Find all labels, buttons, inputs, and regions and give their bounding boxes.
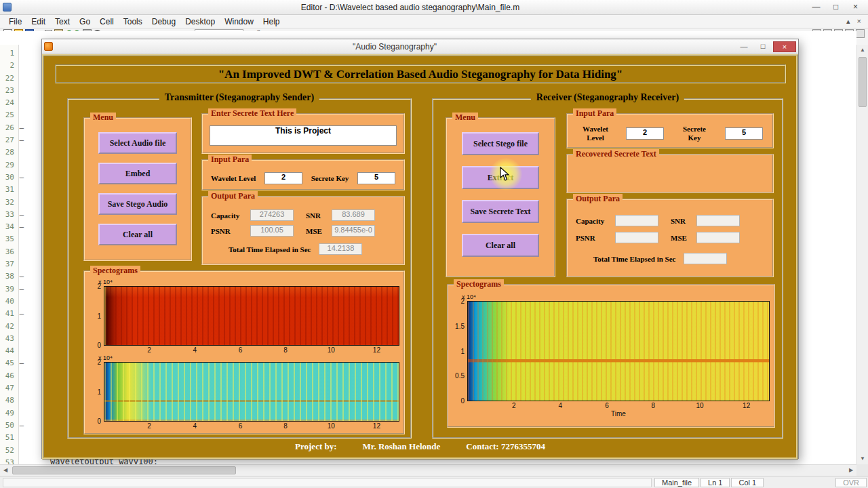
line-number: 28 (0, 148, 14, 160)
maximize-button[interactable]: □ (826, 1, 846, 14)
x-tick-label: 12 (743, 402, 750, 409)
x-tick-label: 4 (559, 402, 563, 409)
scroll-up-icon[interactable]: ▲ (857, 45, 868, 56)
x-tick-label: 6 (239, 346, 243, 354)
dialog-minimize-button[interactable]: — (735, 41, 753, 52)
dialog-title: "Audio Steganography" (56, 42, 734, 52)
receiver-clear-all-button[interactable]: Clear all (462, 234, 539, 257)
x-tick-label: 2 (512, 402, 516, 409)
extract-button[interactable]: Extract (462, 166, 539, 189)
secrete-key-label: Secrete Key (311, 174, 349, 182)
menu-desktop[interactable]: Desktop (180, 17, 220, 26)
line-number: 36 (0, 247, 14, 260)
close-document-icon[interactable]: × (857, 17, 861, 26)
line-number: 22 (0, 74, 14, 86)
axis-exponent-label: x 10⁴ (462, 293, 770, 301)
dialog-body: "An Improved DWT & Correlation Based Aud… (42, 54, 798, 460)
receiver-elapsed-time-field (684, 253, 727, 264)
receiver-elapsed-time-label: Total Time Elapsed in Sec (593, 255, 675, 263)
menu-debug[interactable]: Debug (147, 17, 180, 26)
x-tick-label: 8 (652, 402, 656, 409)
transmitter-input-para-panel: Input Para Wavelet Level 2 Secrete Key 5 (201, 159, 405, 190)
transmitter-output-para-title: Output Para (208, 191, 258, 201)
secrete-key-input[interactable]: 5 (357, 172, 395, 184)
horizontal-scrollbar[interactable]: ◀ ▶ (0, 464, 856, 476)
x-tick-label: 10 (328, 422, 335, 430)
audio-steganography-dialog: "Audio Steganography" — □ × "An Improved… (41, 39, 799, 459)
receiver-mse-field (696, 232, 740, 243)
line-number: 48 (0, 396, 14, 408)
menu-text[interactable]: Text (50, 17, 75, 26)
save-secrete-text-button[interactable]: Save Secrete Text (462, 200, 539, 223)
receiver-snr-field (696, 215, 740, 226)
line-number: 30 (0, 173, 14, 185)
scroll-down-icon[interactable]: ▼ (857, 453, 868, 464)
secret-text-input[interactable]: This is Project (210, 125, 397, 146)
line-number: 52 (0, 446, 14, 458)
line-number: 32 (0, 198, 14, 210)
y-tick-label: 1 (97, 388, 101, 396)
embed-button[interactable]: Embed (98, 163, 177, 184)
transmitter-output-para-panel: Output Para Capacity 274263 SNR 83.689 P… (201, 196, 405, 265)
menu-help[interactable]: Help (258, 17, 285, 26)
line-number: 1 (0, 49, 14, 61)
close-button[interactable]: × (846, 1, 865, 14)
mse-label: MSE (306, 227, 328, 235)
receiver-wavelet-level-input[interactable]: 2 (626, 127, 664, 140)
receiver-wavelet-level-label: Wavelet Level (577, 125, 614, 142)
select-audio-file-button[interactable]: Select Audio file (98, 132, 177, 154)
elapsed-time-label: Total Time Elapsed in Sec (229, 245, 311, 253)
line-number: 35 (0, 235, 14, 247)
editor-app-icon (3, 3, 12, 12)
transmitter-menu-title: Menu (90, 113, 116, 123)
menu-tools[interactable]: Tools (119, 17, 147, 26)
wavelet-level-input[interactable]: 2 (264, 172, 302, 184)
original-audio-spectrogram (104, 286, 399, 346)
save-stego-audio-button[interactable]: Save Stego Audio (98, 193, 177, 215)
line-number: 41 (0, 309, 14, 321)
menu-file[interactable]: File (4, 17, 26, 26)
dialog-maximize-button[interactable]: □ (754, 41, 772, 52)
scroll-right-icon[interactable]: ▶ (846, 465, 856, 476)
capacity-field: 274263 (250, 209, 294, 221)
line-number: 49 (0, 409, 14, 421)
line-number: 50 (0, 421, 14, 433)
editor-menubar: File Edit Text Go Cell Tools Debug Deskt… (0, 15, 868, 28)
line-number: 40 (0, 297, 14, 309)
x-tick-label: 2 (147, 346, 151, 354)
line-number: 33 (0, 210, 14, 222)
menu-window[interactable]: Window (220, 17, 258, 26)
line-number: 45 (0, 359, 14, 371)
menu-cell[interactable]: Cell (95, 17, 119, 26)
psnr-field: 100.05 (250, 225, 294, 237)
status-filename: Main_file (654, 478, 699, 487)
footer-project-by: Project by: (295, 441, 336, 452)
axis-exponent-label: x 10⁴ (98, 279, 399, 286)
dialog-close-button[interactable]: × (773, 41, 796, 52)
scroll-left-icon[interactable]: ◀ (0, 465, 11, 476)
status-bar: Main_file Ln 1 Col 1 OVR (0, 476, 868, 488)
menu-go[interactable]: Go (75, 17, 95, 26)
vertical-scrollbar-thumb[interactable] (859, 57, 867, 107)
receiver-secrete-key-input[interactable]: 5 (725, 127, 763, 140)
horizontal-scrollbar-thumb[interactable] (12, 466, 236, 474)
receiver-output-para-panel: Output Para Capacity SNR PSNR MSE Total … (566, 199, 774, 277)
window-controls: — □ × (806, 1, 865, 14)
stego-audio-spectrogram (104, 362, 399, 422)
select-stego-file-button[interactable]: Select Stego file (462, 132, 539, 155)
line-number: 24 (0, 98, 14, 110)
status-line: Ln 1 (701, 478, 730, 487)
transmitter-panel: Transmitter (Steganography Sender) Menu … (67, 98, 412, 439)
transmitter-clear-all-button[interactable]: Clear all (98, 224, 177, 245)
undock-icon[interactable]: ▴ (846, 17, 850, 26)
layout-icon[interactable] (856, 29, 865, 38)
vertical-scrollbar[interactable]: ▲ ▼ (856, 45, 868, 464)
recovered-secret-text-panel: Recovered Secrete Text (566, 154, 774, 193)
menu-edit[interactable]: Edit (26, 17, 50, 26)
line-number: 42 (0, 322, 14, 334)
line-number: 25 (0, 110, 14, 123)
minimize-button[interactable]: — (806, 1, 826, 14)
receiver-menu-title: Menu (452, 113, 478, 123)
dialog-titlebar[interactable]: "Audio Steganography" — □ × (42, 39, 798, 54)
line-number: 34 (0, 222, 14, 235)
